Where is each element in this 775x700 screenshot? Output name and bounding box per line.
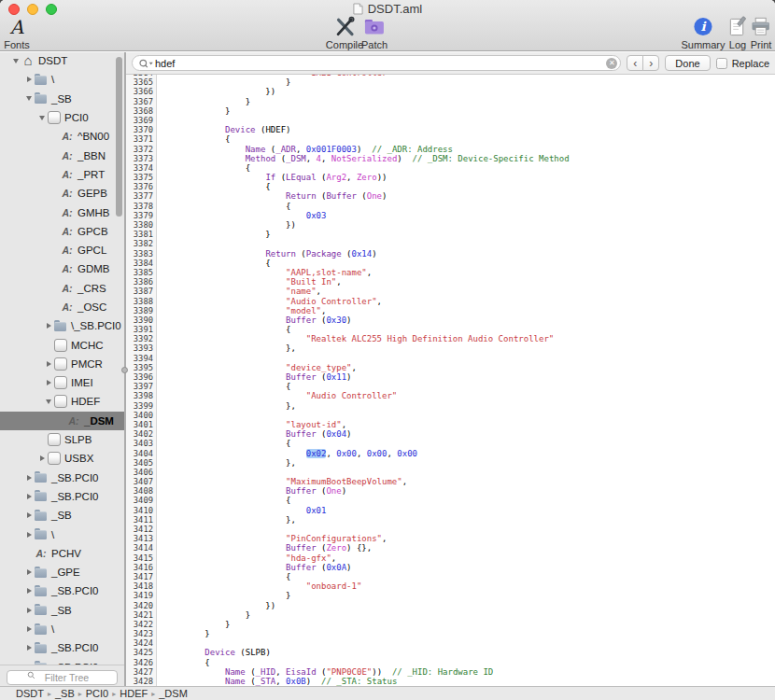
replace-checkbox[interactable] [716,58,727,69]
disclosure-triangle-icon[interactable] [24,645,34,651]
tree-item-_PRT[interactable]: _PRT [0,165,124,184]
tree-item-[interactable]: \ [0,525,124,543]
code-line[interactable]: }) [164,601,775,610]
tree-item-[interactable]: \ [0,70,124,89]
code-line[interactable]: "MaximumBootBeepVolume", [164,477,775,486]
code-line[interactable]: Buffer (0x11) [164,372,775,382]
tree-item-BN00[interactable]: ^BN00 [0,127,124,146]
sidebar-scrollbar[interactable] [116,57,122,217]
code-line[interactable]: }) [164,87,775,96]
summary-button[interactable]: i Summary [681,15,725,50]
breadcrumb-item[interactable]: _SB [55,688,75,699]
code-line[interactable]: Name (_STA, 0x0B) // _STA: Status [164,677,775,686]
tree-item-GMHB[interactable]: GMHB [0,203,124,221]
code-line[interactable]: "layout-id", [164,420,775,429]
code-line[interactable]: { [164,572,775,581]
code-line[interactable]: } [164,610,775,620]
tree-item-GPCL[interactable]: GPCL [0,241,124,259]
disclosure-triangle-icon[interactable] [24,475,34,481]
code-line[interactable]: "name", [164,287,775,296]
code-line[interactable]: { [164,259,775,268]
filter-tree-input[interactable] [7,670,118,685]
code-line[interactable]: Return (Buffer (One) [164,191,775,201]
code-line[interactable]: { [164,134,775,144]
code-line[interactable]: Return (Package (0x14) [164,249,775,259]
code-line[interactable]: If (LEqual (Arg2, Zero)) [164,173,775,182]
tree-item-_DSM[interactable]: _DSM [0,412,124,430]
disclosure-triangle-icon[interactable] [24,512,34,518]
tree-item-_BBN[interactable]: _BBN [0,146,124,164]
search-icon[interactable] [138,59,154,69]
patch-button[interactable]: Patch [361,15,388,50]
code-line[interactable]: "Realtek ALC255 High Definition Audio Co… [164,334,775,343]
disclosure-triangle-icon[interactable] [44,399,53,404]
breadcrumb-item[interactable]: PCI0 [86,688,108,699]
fonts-button[interactable]: A Fonts [4,15,30,50]
code-line[interactable]: { [164,439,775,448]
disclosure-triangle-icon[interactable] [24,626,34,632]
tree-item-_SBPCI0[interactable]: _SB.PCI0 [0,638,124,657]
code-line[interactable] [164,116,775,125]
find-previous-button[interactable]: ‹ [627,55,643,71]
code-line[interactable] [164,354,775,363]
tree-item-PMCR[interactable]: PMCR [0,355,124,373]
tree-item-_SB[interactable]: _SB [0,601,124,620]
tree-item-_SBPCI0[interactable]: _SB.PCI0 [0,581,124,600]
code-line[interactable]: "Audio Controller", [164,297,775,306]
tree-item-GPCB[interactable]: GPCB [0,222,124,241]
code-line[interactable]: } [164,77,775,87]
code-line[interactable]: Buffer (0x30) [164,315,775,325]
pane-divider-knob[interactable] [121,367,128,373]
tree-item-HDEF[interactable]: HDEF [0,392,124,411]
disclosure-triangle-icon[interactable] [24,608,34,613]
code-line[interactable]: "AAPL,slot-name", [164,268,775,277]
disclosure-triangle-icon[interactable] [24,532,34,538]
breadcrumb-item[interactable]: _DSM [159,688,188,699]
code-line[interactable]: } [164,629,775,638]
tree-item-_OSC[interactable]: _OSC [0,298,124,316]
code-line[interactable] [164,638,775,648]
code-editor[interactable]: "IMEI Controller" } }) } } Device (HDEF)… [158,75,775,686]
tree-item-_CRS[interactable]: _CRS [0,279,124,298]
find-next-button[interactable]: › [642,55,659,71]
log-button[interactable]: Log [728,15,748,50]
code-line[interactable]: } [164,106,775,116]
disclosure-triangle-icon[interactable] [24,569,34,575]
code-line[interactable]: "PinConfigurations", [164,534,775,543]
code-line[interactable]: { [164,496,775,505]
tree-item-GEPB[interactable]: GEPB [0,184,124,203]
compile-button[interactable]: Compile [326,15,363,50]
code-line[interactable]: }, [164,401,775,411]
code-line[interactable]: "Audio Controller" [164,391,775,400]
code-line[interactable]: { [164,163,775,173]
code-line[interactable]: { [164,658,775,667]
tree-item-MCHC[interactable]: MCHC [0,335,124,354]
code-line[interactable]: } [164,591,775,600]
code-line[interactable] [164,239,775,248]
code-line[interactable]: 0x03 [164,211,775,220]
code-line[interactable] [164,468,775,477]
disclosure-triangle-icon[interactable] [44,323,53,329]
code-line[interactable]: { [164,382,775,391]
code-line[interactable]: { [164,325,775,334]
code-line[interactable]: }, [164,343,775,353]
disclosure-triangle-icon[interactable] [44,361,53,367]
print-button[interactable]: Print [751,15,772,50]
code-area[interactable]: 3364336533663367336833693370337133723373… [126,75,775,686]
code-line[interactable]: "hda-gfx", [164,553,775,563]
disclosure-triangle-icon[interactable] [24,77,34,82]
code-line[interactable]: "onboard-1" [164,581,775,591]
code-line[interactable]: Device (HDEF) [164,125,775,134]
tree-item-GDMB[interactable]: GDMB [0,259,124,278]
tree-item-_SB[interactable]: _SB [0,90,124,108]
code-line[interactable]: } [164,97,775,106]
tree-item-IMEI[interactable]: IMEI [0,373,124,392]
code-line[interactable]: } [164,620,775,629]
code-line[interactable]: 0x01 [164,506,775,515]
code-line[interactable]: Buffer (0x04) [164,429,775,439]
code-line[interactable]: Device (SLPB) [164,648,775,657]
tree-item-_SB[interactable]: _SB [0,506,124,525]
code-line[interactable]: Name (_ADR, 0x001F0003) // _ADR: Address [164,145,775,154]
tree-item-PCHV[interactable]: PCHV [0,544,124,563]
breadcrumb-item[interactable]: HDEF [120,688,148,699]
